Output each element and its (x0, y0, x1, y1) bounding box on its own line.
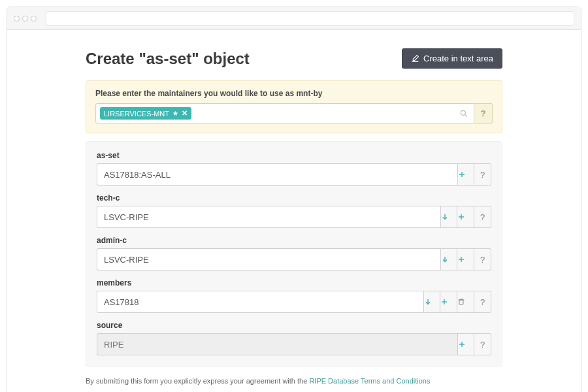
add-button[interactable] (457, 248, 474, 270)
mnt-by-input[interactable]: LIRSERVICES-MNT ★ ✕ (95, 103, 474, 123)
tech-c-label: tech-c (97, 193, 491, 203)
help-button[interactable]: ? (474, 163, 491, 186)
traffic-dot (14, 16, 20, 22)
admin-c-input[interactable] (97, 248, 440, 270)
field-source: source ? (97, 321, 491, 355)
page-title: Create "as-set" object (86, 50, 250, 68)
arrow-down-button[interactable] (440, 248, 457, 270)
browser-frame: Create "as-set" object Create in text ar… (7, 7, 581, 392)
as-set-input[interactable] (97, 163, 457, 186)
maintainers-input-row: LIRSERVICES-MNT ★ ✕ ? (95, 103, 493, 123)
help-button[interactable]: ? (474, 333, 491, 355)
remove-tag-button[interactable]: ✕ (182, 109, 188, 118)
window-controls (14, 16, 37, 22)
field-members: members ? (97, 278, 491, 313)
page-content: Create "as-set" object Create in text ar… (7, 30, 581, 392)
add-button[interactable] (457, 163, 474, 186)
header-row: Create "as-set" object Create in text ar… (86, 48, 502, 69)
maintainer-tag: LIRSERVICES-MNT ★ ✕ (100, 107, 191, 120)
delete-button[interactable] (457, 291, 474, 313)
help-button[interactable]: ? (474, 248, 491, 270)
maintainers-panel: Please enter the maintainers you would l… (86, 80, 502, 133)
terms-link[interactable]: RIPE Database Terms and Conditions (309, 377, 430, 385)
form-panel: as-set ? tech-c (86, 141, 502, 367)
help-button[interactable]: ? (474, 103, 493, 123)
svg-rect-13 (459, 300, 463, 304)
arrow-down-button[interactable] (423, 291, 440, 313)
create-in-text-area-button[interactable]: Create in text area (402, 48, 502, 69)
traffic-dot (31, 16, 37, 22)
svg-line-1 (465, 114, 466, 116)
add-button[interactable] (457, 333, 474, 355)
field-tech-c: tech-c ? (97, 193, 491, 228)
members-input[interactable] (97, 291, 423, 313)
maintainers-label: Please enter the maintainers you would l… (95, 89, 493, 98)
traffic-dot (22, 16, 28, 22)
star-icon: ★ (172, 110, 178, 117)
browser-chrome-bar (7, 7, 581, 30)
svg-point-0 (461, 110, 465, 115)
maintainer-tag-label: LIRSERVICES-MNT (104, 110, 169, 118)
source-label: source (97, 321, 491, 330)
help-button[interactable]: ? (474, 291, 491, 313)
add-button[interactable] (440, 291, 457, 313)
help-button[interactable]: ? (474, 206, 491, 228)
admin-c-label: admin-c (97, 236, 491, 245)
field-as-set: as-set ? (97, 151, 491, 186)
agreement-text: By submitting this form you explicitly e… (86, 377, 502, 385)
create-in-text-area-label: Create in text area (423, 54, 493, 63)
members-label: members (97, 278, 491, 287)
arrow-down-button[interactable] (440, 206, 457, 228)
as-set-label: as-set (97, 151, 491, 160)
address-bar[interactable] (46, 11, 574, 25)
source-input (97, 333, 457, 355)
search-icon (459, 109, 468, 118)
add-button[interactable] (457, 206, 474, 228)
tech-c-input[interactable] (97, 206, 440, 228)
field-admin-c: admin-c ? (97, 236, 491, 270)
agreement-prefix: By submitting this form you explicitly e… (86, 377, 309, 385)
edit-icon (411, 54, 419, 63)
